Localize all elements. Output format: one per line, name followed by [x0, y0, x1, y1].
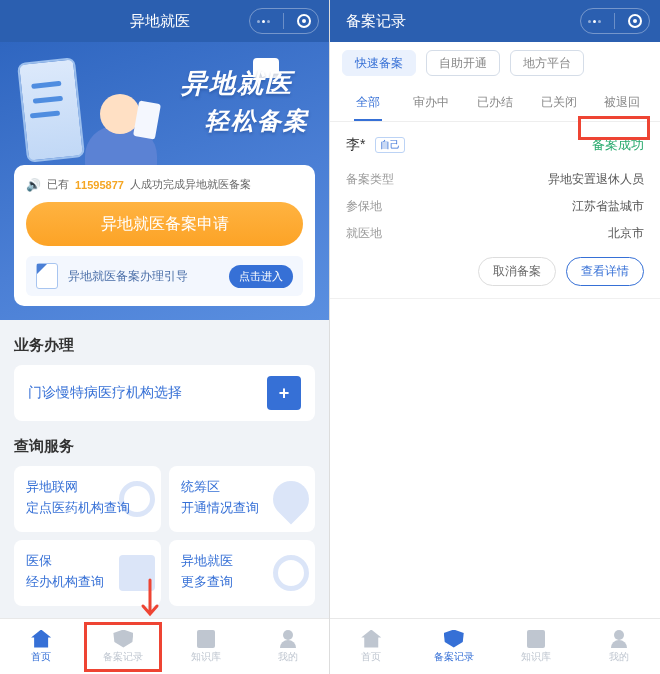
- tab-home[interactable]: 首页: [0, 619, 82, 674]
- apply-button[interactable]: 异地就医备案申请: [26, 202, 303, 246]
- document-icon: [36, 263, 58, 289]
- tab-mine[interactable]: 我的: [247, 619, 329, 674]
- capsule-menu[interactable]: [580, 8, 650, 34]
- phone-illustration-icon: [17, 57, 85, 163]
- chip-self[interactable]: 自助开通: [426, 50, 500, 76]
- tab-mine[interactable]: 我的: [578, 619, 661, 674]
- tile-clinic-select[interactable]: 门诊慢特病医疗机构选择: [14, 365, 315, 421]
- home-icon: [361, 630, 381, 648]
- view-detail-button[interactable]: 查看详情: [566, 257, 644, 286]
- more-icon[interactable]: [257, 20, 270, 23]
- kv-treat-place: 就医地北京市: [346, 220, 644, 247]
- guide-row[interactable]: 异地就医备案办理引导 点击进入: [26, 256, 303, 296]
- capsule-menu[interactable]: [249, 8, 319, 34]
- tab-bar-left: 首页 备案记录 知识库 我的: [0, 618, 329, 674]
- self-tag: 自己: [375, 137, 405, 153]
- tab-record[interactable]: 备案记录: [82, 619, 164, 674]
- page-title: 备案记录: [340, 12, 580, 31]
- filter-processing[interactable]: 审办中: [400, 84, 464, 121]
- more-icon[interactable]: [588, 20, 601, 23]
- cancel-record-button[interactable]: 取消备案: [478, 257, 556, 286]
- titlebar-right: 备案记录: [330, 0, 660, 42]
- titlebar-left: 异地就医: [0, 0, 329, 42]
- kv-insured-place: 参保地江苏省盐城市: [346, 193, 644, 220]
- target-icon[interactable]: [628, 14, 642, 28]
- link-icon: [119, 481, 155, 517]
- user-icon: [609, 630, 629, 648]
- shield-icon: [444, 630, 464, 648]
- record-card[interactable]: 李* 自己 备案成功 备案类型异地安置退休人员 参保地江苏省盐城市 就医地北京市…: [330, 122, 660, 299]
- hospital-icon: [267, 376, 301, 410]
- filter-closed[interactable]: 已关闭: [527, 84, 591, 121]
- chip-local[interactable]: 地方平台: [510, 50, 584, 76]
- section-title-biz: 业务办理: [0, 320, 329, 365]
- kv-type: 备案类型异地安置退休人员: [346, 166, 644, 193]
- stat-line: 🔊 已有 11595877 人成功完成异地就医备案: [26, 177, 303, 192]
- book-icon: [197, 630, 215, 648]
- app-title: 异地就医: [130, 12, 190, 31]
- status-badge: 备案成功: [592, 136, 644, 154]
- horn-icon: 🔊: [26, 178, 41, 192]
- chip-quick[interactable]: 快速备案: [342, 50, 416, 76]
- shield-icon: [113, 630, 133, 648]
- tab-record[interactable]: 备案记录: [413, 619, 496, 674]
- target-icon[interactable]: [297, 14, 311, 28]
- user-icon: [278, 630, 298, 648]
- hero-headline: 异地就医 轻松备案: [181, 66, 309, 137]
- tab-knowledge[interactable]: 知识库: [495, 619, 578, 674]
- record-name: 李* 自己: [346, 136, 405, 154]
- tab-bar-right: 首页 备案记录 知识库 我的: [330, 618, 660, 674]
- tile-insurance-query[interactable]: 医保 经办机构查询: [14, 540, 161, 606]
- hero-banner: 异地就医 轻松备案 🔊 已有 11595877 人成功完成异地就医备案 异地就医…: [0, 42, 329, 320]
- tile-more-query[interactable]: 异地就医 更多查询: [169, 540, 316, 606]
- tile-network-query[interactable]: 异地联网 定点医药机构查询: [14, 466, 161, 532]
- more-query-icon: [273, 555, 309, 591]
- section-title-query: 查询服务: [0, 421, 329, 466]
- home-icon: [31, 630, 51, 648]
- filter-done[interactable]: 已办结: [463, 84, 527, 121]
- filter-tabs: 全部 审办中 已办结 已关闭 被退回: [330, 84, 660, 122]
- tile-region-query[interactable]: 统筹区 开通情况查询: [169, 466, 316, 532]
- tab-home[interactable]: 首页: [330, 619, 413, 674]
- filter-all[interactable]: 全部: [336, 84, 400, 121]
- book-icon: [527, 630, 545, 648]
- filter-returned[interactable]: 被退回: [590, 84, 654, 121]
- top-chip-row: 快速备案 自助开通 地方平台: [330, 42, 660, 84]
- guide-enter-button[interactable]: 点击进入: [229, 265, 293, 288]
- tab-knowledge[interactable]: 知识库: [165, 619, 247, 674]
- annotation-arrow-icon: [140, 578, 160, 622]
